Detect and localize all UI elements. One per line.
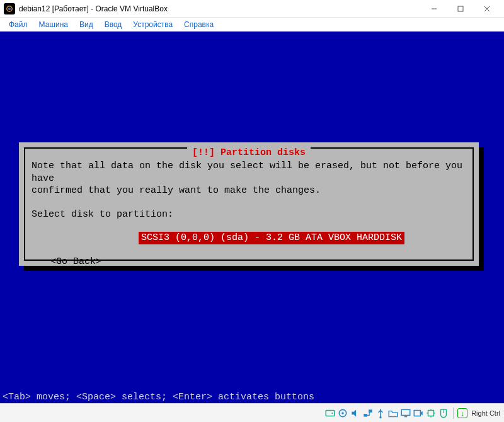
recording-icon[interactable]: [413, 408, 424, 419]
statusbar: ↓ Right Ctrl: [0, 403, 504, 422]
dialog-title: [!!] Partition disks: [187, 147, 311, 158]
window-title: debian12 [Работает] - Oracle VM VirtualB…: [19, 4, 168, 13]
svg-rect-3: [458, 6, 463, 11]
menu-machine[interactable]: Машина: [34, 19, 73, 30]
dialog-prompt: Select disk to partition:: [32, 208, 466, 221]
menu-view[interactable]: Вид: [74, 19, 98, 30]
virtualbox-icon: [4, 3, 15, 14]
dialog-note-line2: confirmed that you really want to make t…: [32, 185, 466, 197]
svg-point-9: [341, 412, 343, 414]
menu-file[interactable]: Файл: [4, 19, 33, 30]
harddisk-icon[interactable]: [324, 408, 336, 419]
svg-point-12: [379, 416, 381, 418]
optical-icon[interactable]: [337, 408, 348, 419]
svg-rect-6: [326, 410, 335, 416]
host-key-label: Right Ctrl: [471, 409, 500, 417]
usb-icon[interactable]: [375, 408, 386, 419]
menu-input[interactable]: Ввод: [100, 19, 127, 30]
minimize-button[interactable]: [421, 0, 447, 18]
partition-dialog: [!!] Partition disks Note that all data …: [19, 142, 479, 266]
disk-option-selected[interactable]: SCSI3 (0,0,0) (sda) - 3.2 GB ATA VBOX HA…: [139, 232, 404, 244]
go-back-button[interactable]: <Go Back>: [32, 256, 466, 268]
svg-rect-16: [428, 410, 434, 416]
hint-bar: <Tab> moves; <Space> selects; <Enter> ac…: [0, 391, 504, 403]
titlebar: debian12 [Работает] - Oracle VM VirtualB…: [0, 0, 504, 18]
close-button[interactable]: [474, 0, 500, 18]
dialog-note-line1: Note that all data on the disk you selec…: [32, 160, 466, 185]
svg-rect-10: [364, 414, 367, 417]
menubar: Файл Машина Вид Ввод Устройства Справка: [0, 18, 504, 31]
display-icon[interactable]: [400, 408, 411, 419]
maximize-button[interactable]: [447, 0, 474, 18]
svg-rect-15: [414, 410, 420, 416]
shared-folder-icon[interactable]: [387, 408, 399, 419]
network-icon[interactable]: [362, 408, 374, 419]
svg-point-1: [8, 7, 11, 9]
vm-screen[interactable]: [!!] Partition disks Note that all data …: [0, 31, 504, 403]
processor-icon[interactable]: [425, 408, 437, 419]
mouse-integration-icon[interactable]: [438, 408, 449, 419]
host-key-icon: ↓: [457, 408, 467, 418]
svg-rect-13: [401, 409, 410, 415]
audio-icon[interactable]: [350, 408, 361, 419]
menu-help[interactable]: Справка: [179, 19, 219, 30]
svg-point-7: [331, 412, 333, 413]
menu-devices[interactable]: Устройства: [128, 19, 178, 30]
